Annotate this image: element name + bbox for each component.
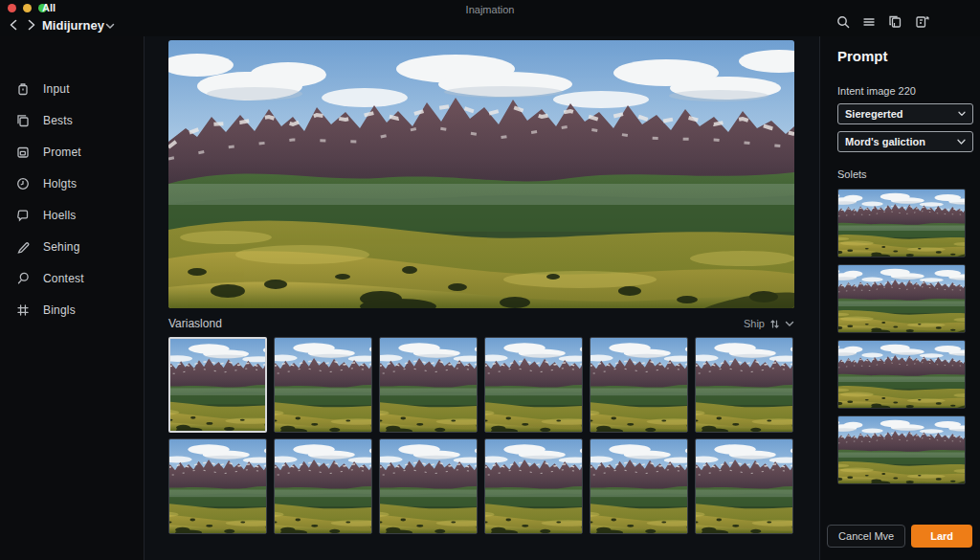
sidebar-item-contest[interactable]: Contest — [0, 262, 144, 294]
chat-icon — [15, 208, 31, 223]
sort-label: Ship — [744, 318, 765, 329]
panel-footer: Cancel Mve Lard — [827, 525, 972, 548]
variation-thumb[interactable] — [274, 438, 372, 534]
prompt-panel: Prompt Intent image 220 Sieregerted Mord… — [820, 36, 980, 560]
solet-thumb[interactable] — [837, 189, 966, 258]
sidebar-item-sehing[interactable]: Sehing — [0, 231, 144, 262]
variation-thumb-selected[interactable] — [168, 337, 267, 433]
confirm-button[interactable]: Lard — [911, 525, 972, 548]
sidebar-item-holgts[interactable]: Holgts — [0, 168, 144, 199]
sort-arrows-icon — [770, 319, 779, 329]
sidebar-item-bingls[interactable]: Bingls — [0, 294, 144, 325]
clipboard-icon — [15, 81, 31, 97]
chevron-down-icon[interactable] — [105, 23, 115, 30]
variation-thumb[interactable] — [590, 337, 688, 433]
solets-label: Solets — [837, 168, 972, 180]
sidebar-item-label: Hoells — [43, 209, 77, 222]
menu-icon[interactable] — [862, 15, 876, 29]
copy-doc-icon[interactable] — [888, 14, 902, 29]
variation-thumb[interactable] — [484, 438, 583, 534]
sidebar-item-hoells[interactable]: Hoells — [0, 199, 144, 231]
variations-grid — [168, 337, 796, 534]
sidebar-item-label: Bests — [43, 114, 73, 127]
chevron-down-icon — [957, 139, 966, 146]
mode-select[interactable]: Mord's galiction — [837, 131, 973, 152]
panel-title: Prompt — [837, 48, 972, 64]
solet-thumb[interactable] — [837, 340, 966, 409]
back-icon[interactable] — [10, 19, 17, 31]
solet-thumb[interactable] — [837, 415, 966, 484]
app-window: All Midijurney Inajmation Input Bests Pr… — [0, 0, 980, 560]
doc-export-icon[interactable] — [915, 14, 930, 29]
variation-thumb[interactable] — [695, 337, 793, 433]
sidebar-item-label: Promet — [43, 146, 81, 159]
solet-thumb[interactable] — [837, 264, 966, 333]
sidebar-item-label: Holgts — [43, 177, 77, 190]
variations-header: Variaslond Ship — [168, 316, 794, 331]
style-select[interactable]: Sieregerted — [837, 103, 973, 124]
history-nav — [10, 19, 35, 31]
search-icon — [15, 271, 31, 286]
sidebar-item-bests[interactable]: Bests — [0, 104, 144, 136]
variation-thumb[interactable] — [695, 438, 793, 534]
variations-label: Variaslond — [168, 317, 222, 330]
intent-image-label: Intent image 220 — [837, 85, 972, 97]
sidebar: Input Bests Promet Holgts Hoells Sehing … — [0, 36, 144, 560]
grid-icon — [15, 302, 31, 318]
pen-icon — [15, 239, 31, 255]
variation-thumb[interactable] — [274, 337, 372, 433]
variation-thumb[interactable] — [379, 337, 478, 433]
toolbar-icons — [836, 14, 930, 29]
search-icon[interactable] — [836, 15, 850, 29]
sidebar-item-label: Contest — [43, 272, 84, 285]
title-bar: All Midijurney Inajmation — [0, 0, 980, 36]
sidebar-item-input[interactable]: Input — [0, 73, 144, 104]
hero-image[interactable] — [168, 40, 794, 308]
mode-select-value: Mord's galiction — [845, 136, 925, 147]
variation-thumb[interactable] — [168, 438, 267, 534]
sidebar-item-label: Bingls — [43, 303, 76, 317]
variation-thumb[interactable] — [379, 438, 478, 534]
sidebar-item-label: Input — [43, 82, 70, 96]
chevron-down-icon — [958, 111, 966, 117]
sidebar-item-promet[interactable]: Promet — [0, 136, 144, 168]
chevron-down-icon — [785, 321, 794, 327]
workspace-title[interactable]: Midijurney — [42, 18, 104, 33]
cancel-button[interactable]: Cancel Mve — [827, 525, 905, 548]
frame-icon — [15, 145, 31, 160]
variation-thumb[interactable] — [590, 438, 688, 534]
clock-icon — [15, 176, 31, 191]
variation-thumb[interactable] — [484, 337, 583, 433]
sort-control[interactable]: Ship — [744, 318, 794, 329]
copy-icon — [15, 113, 31, 128]
page-title: Inajmation — [0, 4, 980, 15]
style-select-value: Sieregerted — [845, 108, 903, 120]
forward-icon[interactable] — [28, 19, 35, 31]
sidebar-item-label: Sehing — [43, 240, 80, 254]
solets-thumbs — [837, 189, 966, 484]
